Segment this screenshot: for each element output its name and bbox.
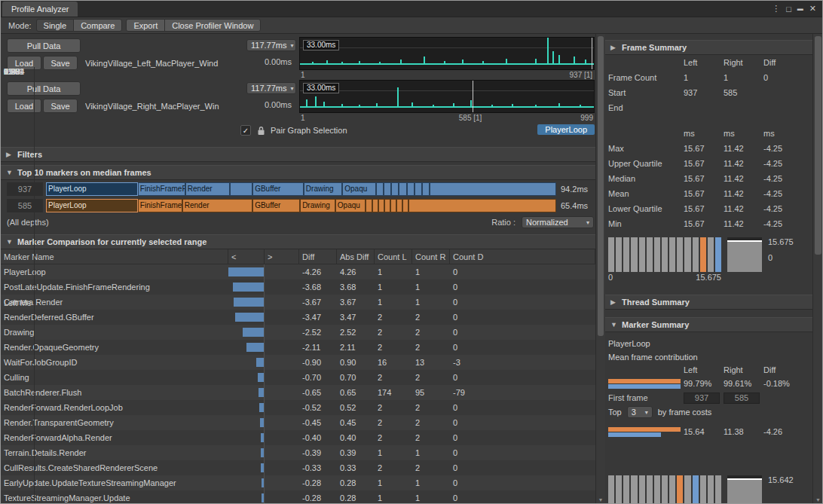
table-row[interactable]: EarlyUpdate.UpdateTextureStreamingManage… bbox=[1, 475, 595, 490]
marker-segment-small[interactable] bbox=[366, 199, 372, 212]
table-row[interactable]: BatchRenderer.Flush1.280.63-0.650.651749… bbox=[1, 385, 595, 400]
marker-segment[interactable]: FinishFrameR bbox=[138, 182, 185, 196]
marker-segment[interactable]: PlayerLoop bbox=[46, 199, 138, 212]
column-header-count-right[interactable]: Count R bbox=[412, 249, 450, 264]
export-button[interactable]: Export bbox=[126, 19, 165, 32]
cost-right-value: 11.38 bbox=[724, 427, 763, 436]
count-diff-cell: 0 bbox=[450, 448, 595, 457]
marker-segment-small[interactable] bbox=[376, 182, 384, 196]
column-header-diff: Diff bbox=[763, 365, 803, 374]
marker-segment[interactable]: Render bbox=[185, 182, 230, 196]
marker-segment-small[interactable] bbox=[390, 199, 396, 212]
summary-right-value: 11.42 bbox=[724, 159, 763, 168]
thread-summary-section-header[interactable]: ▶ Thread Summary bbox=[605, 295, 812, 310]
marker-segment-small[interactable] bbox=[402, 199, 408, 212]
marker-segment-small[interactable] bbox=[396, 199, 402, 212]
marker-segment[interactable]: GBuffer bbox=[252, 182, 304, 196]
column-header-diff[interactable]: Diff bbox=[299, 249, 337, 264]
marker-segment[interactable]: Opaqu bbox=[342, 182, 376, 196]
top-count-dropdown[interactable]: 3 ▾ bbox=[627, 406, 653, 418]
frame-summary-section-header[interactable]: ▶ Frame Summary bbox=[605, 40, 812, 55]
column-header-abs-diff[interactable]: Abs Diff bbox=[337, 249, 375, 264]
scroll-down-icon[interactable]: ▼ bbox=[596, 497, 605, 502]
mode-compare-button[interactable]: Compare bbox=[73, 19, 122, 32]
ratio-dropdown[interactable]: Normalized ▾ bbox=[522, 216, 594, 228]
scrollbar-thumb[interactable] bbox=[815, 36, 821, 255]
summary-row: Min15.6711.42-4.25 bbox=[605, 216, 812, 231]
graph-spike bbox=[341, 104, 343, 108]
graph-selection-line[interactable] bbox=[592, 38, 592, 69]
table-row[interactable]: PostLateUpdate.FinishFrameRendering11.51… bbox=[1, 279, 595, 295]
comparison-scrollbar[interactable]: ▼ bbox=[595, 34, 605, 503]
column-header-marker-name[interactable]: Marker Name bbox=[1, 249, 228, 264]
first-frame-left-button[interactable]: 937 bbox=[684, 393, 720, 404]
marker-segment-small[interactable] bbox=[430, 182, 556, 196]
kebab-menu-icon[interactable]: ⋮ bbox=[772, 4, 780, 14]
maximize-icon[interactable]: □ bbox=[786, 5, 791, 14]
table-row[interactable]: Render.OpaqueGeometry5.953.84-2.112.1122… bbox=[1, 340, 595, 355]
scroll-down-icon[interactable]: ▼ bbox=[813, 497, 823, 502]
column-header-count-diff[interactable]: Count D bbox=[450, 249, 595, 264]
contribution-left-value: 99.79% bbox=[684, 379, 724, 388]
marker-segment-small[interactable] bbox=[230, 182, 252, 196]
first-frame-right-button[interactable]: 585 bbox=[724, 393, 760, 404]
save-button[interactable]: Save bbox=[43, 99, 78, 113]
marker-segment-small[interactable] bbox=[415, 182, 422, 196]
minimize-icon[interactable]: ▬ bbox=[797, 5, 803, 12]
pull-data-button[interactable]: Pull Data bbox=[7, 38, 81, 53]
marker-segment[interactable]: Opaqu bbox=[335, 199, 366, 212]
marker-segment[interactable]: Render bbox=[182, 199, 252, 212]
save-button[interactable]: Save bbox=[43, 56, 78, 70]
marker-segment[interactable]: GBuffer bbox=[252, 199, 300, 212]
marker-summary-section-header[interactable]: ▼ Marker Summary bbox=[605, 317, 812, 332]
lock-icon[interactable] bbox=[257, 126, 265, 137]
scale-max-dropdown[interactable]: 117.77ms ▾ bbox=[246, 82, 296, 94]
comparison-section-header[interactable]: ▼ Marker Comparison for currently select… bbox=[1, 234, 595, 249]
table-row[interactable]: RenderDeferred.GBuffer9.596.12-3.473.472… bbox=[1, 310, 595, 325]
top-n-row: Top 3 ▾ by frame costs bbox=[605, 405, 812, 420]
column-header-right-bar[interactable]: > bbox=[265, 249, 299, 264]
frame-time-graph-left[interactable]: 33.00ms bbox=[299, 37, 595, 70]
selected-marker-chip[interactable]: PlayerLoop bbox=[537, 124, 595, 135]
table-row[interactable]: Render.TransparentGeometry0.890.44-0.450… bbox=[1, 415, 595, 430]
column-header-count-left[interactable]: Count L bbox=[375, 249, 412, 264]
frame-time-graph-right[interactable]: 33.00ms bbox=[299, 80, 595, 113]
marker-segment-small[interactable] bbox=[399, 182, 406, 196]
pair-selection-checkbox[interactable]: ✓ bbox=[240, 125, 251, 136]
table-row[interactable]: WaitForJobGroupID1.981.08-0.900.901613-3 bbox=[1, 355, 595, 370]
marker-segment-small[interactable] bbox=[384, 182, 391, 196]
mode-single-button[interactable]: Single bbox=[36, 19, 75, 32]
scale-max-dropdown[interactable]: 117.77ms ▾ bbox=[246, 39, 296, 51]
marker-segment-small[interactable] bbox=[407, 182, 415, 196]
scrollbar-thumb[interactable] bbox=[598, 36, 604, 336]
marker-segment[interactable]: FinishFrameR bbox=[138, 199, 182, 212]
table-row[interactable]: Terrain.Details.Render0.980.59-0.390.391… bbox=[1, 445, 595, 460]
marker-segment[interactable]: Drawing bbox=[304, 182, 342, 196]
marker-segment[interactable]: PlayerLoop bbox=[46, 182, 138, 196]
table-row[interactable]: CullResults.CreateSharedRendererScene0.9… bbox=[1, 460, 595, 475]
close-profiler-window-button[interactable]: Close Profiler Window bbox=[164, 19, 261, 32]
table-row[interactable]: RenderForward.RenderLoopJob0.880.36-0.52… bbox=[1, 400, 595, 415]
marker-segment-small[interactable] bbox=[378, 199, 384, 212]
marker-segment-small[interactable] bbox=[372, 199, 378, 212]
marker-segment-small[interactable] bbox=[408, 199, 556, 212]
summary-scrollbar[interactable]: ▼ bbox=[812, 34, 823, 503]
marker-segment-small[interactable] bbox=[391, 182, 399, 196]
histogram-bar bbox=[669, 475, 675, 504]
column-header-left-bar[interactable]: < bbox=[228, 249, 265, 264]
graph-selection-line[interactable] bbox=[473, 81, 473, 112]
top10-section-header[interactable]: ▼ Top 10 markers on median frames bbox=[1, 165, 595, 180]
table-row[interactable]: TextureStreamingManager.Update1.351.07-0… bbox=[1, 490, 595, 504]
table-row[interactable]: Camera.Render11.097.42-3.673.67110 bbox=[1, 295, 595, 310]
table-row[interactable]: Drawing7.484.96-2.522.52220 bbox=[1, 325, 595, 340]
marker-segment-small[interactable] bbox=[384, 199, 390, 212]
count-right-cell: 95 bbox=[412, 388, 450, 397]
marker-segment[interactable]: Drawing bbox=[300, 199, 335, 212]
filters-section-header[interactable]: ▶ Filters bbox=[1, 147, 595, 162]
table-row[interactable]: Culling2.571.87-0.700.70220 bbox=[1, 370, 595, 385]
tab-profile-analyzer[interactable]: Profile Analyzer bbox=[2, 2, 78, 17]
marker-segment-small[interactable] bbox=[422, 182, 430, 196]
table-row[interactable]: PlayerLoop15.6411.38-4.264.26110 bbox=[1, 264, 595, 279]
table-row[interactable]: RenderForwardAlpha.Render0.660.26-0.400.… bbox=[1, 430, 595, 445]
close-icon[interactable]: ✕ bbox=[809, 4, 816, 14]
